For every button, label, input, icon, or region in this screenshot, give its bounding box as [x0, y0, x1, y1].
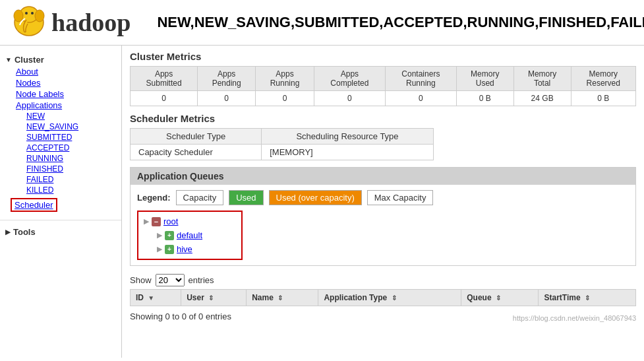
sidebar-item-applications[interactable]: Applications: [5, 100, 116, 111]
val-memory-reserved: 0 B: [571, 91, 635, 106]
data-table: ID ▼ User ⇕ Name ⇕ Application Type ⇕ Qu…: [130, 289, 636, 306]
svg-point-2: [14, 10, 23, 22]
sched-type-header: Scheduler Type: [131, 129, 262, 145]
entries-label: entries: [189, 275, 214, 285]
sidebar-item-node-labels[interactable]: Node Labels: [5, 88, 116, 100]
val-apps-pending: 0: [198, 91, 256, 106]
sidebar-item-about[interactable]: About: [5, 66, 116, 77]
tools-section-title[interactable]: ▶ Tools: [5, 226, 116, 238]
sidebar-item-failed[interactable]: FAILED: [11, 174, 116, 185]
tools-section: ▶ Tools: [0, 223, 121, 241]
col-apps-running: AppsRunning: [256, 67, 314, 91]
show-entries: Show 20 50 100 entries: [130, 274, 636, 286]
tools-label: Tools: [13, 227, 36, 237]
sched-resource-value: [MEMORY]: [262, 145, 434, 160]
cluster-links: About Nodes Node Labels Applications NEW…: [5, 66, 116, 195]
user-sort-icon: ⇕: [208, 294, 214, 302]
queue-root-item[interactable]: ▶ − root: [144, 214, 236, 228]
sched-type-value: Capacity Scheduler: [131, 145, 262, 160]
svg-point-4: [25, 12, 28, 15]
app-type-sort-icon: ⇕: [392, 294, 397, 302]
val-memory-used: 0 B: [456, 91, 513, 106]
queue-tree: ▶ − root ▶ + default ▶ +: [137, 211, 243, 260]
default-plus-icon: +: [165, 231, 174, 240]
app-queues-title: Application Queues: [131, 168, 635, 185]
main-content: Cluster Metrics AppsSubmitted AppsPendin…: [122, 46, 644, 358]
val-memory-total: 24 GB: [513, 91, 571, 106]
hive-toggle-icon[interactable]: ▶: [157, 245, 162, 253]
sidebar-item-scheduler[interactable]: Scheduler: [15, 200, 53, 210]
header: hadoop NEW,NEW_SAVING,SUBMITTED,ACCEPTED…: [0, 0, 644, 46]
header-title: NEW,NEW_SAVING,SUBMITTED,ACCEPTED,RUNNIN…: [157, 14, 644, 31]
queue-sub-items: ▶ + default ▶ + hive: [144, 228, 236, 256]
logo: hadoop: [11, 5, 131, 40]
table-footer: Showing 0 to 0 of 0 entries https://blog…: [130, 309, 636, 324]
entries-select[interactable]: 20 50 100: [156, 274, 185, 286]
col-name[interactable]: Name ⇕: [247, 290, 318, 306]
hive-plus-icon: +: [165, 245, 174, 254]
sidebar-item-new-saving[interactable]: NEW_SAVING: [11, 121, 116, 132]
val-apps-submitted: 0: [131, 91, 198, 106]
queue-sort-icon: ⇕: [496, 294, 501, 302]
showing-text: Showing 0 to 0 of 0 entries: [130, 309, 231, 324]
sidebar-item-killed[interactable]: KILLED: [11, 185, 116, 195]
val-apps-completed: 0: [314, 91, 385, 106]
col-start-time[interactable]: StartTime ⇕: [539, 290, 636, 306]
root-toggle-icon[interactable]: ▶: [144, 217, 149, 226]
scheduler-border-box[interactable]: Scheduler: [11, 198, 57, 212]
sidebar-item-nodes[interactable]: Nodes: [5, 77, 116, 88]
app-queues-body: Legend: Capacity Used Used (over capacit…: [131, 185, 635, 265]
main-layout: ▼ Cluster About Nodes Node Labels Applic…: [0, 46, 644, 358]
default-toggle-icon[interactable]: ▶: [157, 231, 162, 240]
sidebar-item-finished[interactable]: FINISHED: [11, 164, 116, 174]
col-containers-running: ContainersRunning: [385, 67, 456, 91]
default-queue-name[interactable]: default: [177, 230, 202, 240]
hive-queue-name[interactable]: hive: [177, 244, 192, 254]
hadoop-elephant-icon: [11, 5, 47, 40]
scheduler-metrics-title: Scheduler Metrics: [130, 113, 636, 124]
col-id[interactable]: ID ▼: [131, 290, 181, 306]
sidebar-item-new[interactable]: NEW: [11, 111, 116, 121]
start-time-sort-icon: ⇕: [585, 294, 590, 302]
col-apps-pending: AppsPending: [198, 67, 256, 91]
col-queue[interactable]: Queue ⇕: [461, 290, 539, 306]
legend-over-capacity: Used (over capacity): [269, 190, 362, 205]
legend-max-capacity: Max Capacity: [367, 190, 434, 205]
col-memory-total: MemoryTotal: [513, 67, 571, 91]
svg-point-3: [35, 10, 44, 22]
legend: Legend: Capacity Used Used (over capacit…: [137, 190, 629, 205]
col-memory-used: MemoryUsed: [456, 67, 513, 91]
legend-capacity: Capacity: [176, 190, 224, 205]
cluster-section: ▼ Cluster About Nodes Node Labels Applic…: [0, 51, 121, 217]
cluster-metrics-title: Cluster Metrics: [130, 51, 636, 62]
val-apps-running: 0: [256, 91, 314, 106]
sidebar-item-running[interactable]: RUNNING: [11, 153, 116, 164]
cluster-arrow: ▼: [5, 56, 12, 63]
app-queues-box: Application Queues Legend: Capacity Used…: [130, 167, 636, 266]
cluster-label: Cluster: [15, 55, 44, 65]
val-containers-running: 0: [385, 91, 456, 106]
svg-point-5: [31, 12, 34, 15]
root-queue-name[interactable]: root: [163, 216, 178, 226]
col-apps-submitted: AppsSubmitted: [131, 67, 198, 91]
sidebar-divider: [0, 220, 121, 220]
tools-arrow: ▶: [5, 228, 11, 236]
watermark-text: https://blog.csdn.net/weixin_48067943: [513, 314, 636, 322]
col-user[interactable]: User ⇕: [181, 290, 247, 306]
col-apps-completed: AppsCompleted: [314, 67, 385, 91]
col-app-type[interactable]: Application Type ⇕: [318, 290, 461, 306]
queue-default-item[interactable]: ▶ + default: [157, 228, 236, 242]
scheduler-box: Scheduler: [11, 198, 111, 212]
cluster-metrics-table: AppsSubmitted AppsPending AppsRunning Ap…: [130, 66, 636, 106]
legend-label: Legend:: [137, 193, 171, 203]
legend-used: Used: [229, 190, 263, 205]
queue-hive-item[interactable]: ▶ + hive: [157, 242, 236, 256]
name-sort-icon: ⇕: [278, 294, 283, 302]
sidebar-item-submitted[interactable]: SUBMITTED: [11, 132, 116, 143]
col-memory-reserved: MemoryReserved: [571, 67, 635, 91]
scheduler-metrics-table: Scheduler Type Scheduling Resource Type …: [130, 128, 434, 160]
cluster-section-title[interactable]: ▼ Cluster: [5, 53, 116, 66]
sidebar: ▼ Cluster About Nodes Node Labels Applic…: [0, 46, 122, 358]
root-minus-icon: −: [152, 217, 161, 226]
sidebar-item-accepted[interactable]: ACCEPTED: [11, 143, 116, 153]
